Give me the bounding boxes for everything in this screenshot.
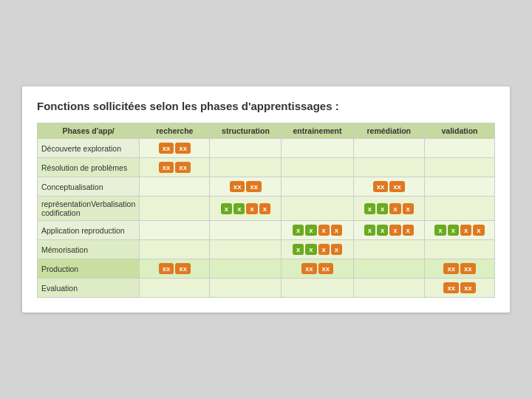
cell-5-1 — [210, 240, 282, 259]
row-label-0: Découverte exploration — [38, 139, 140, 158]
cell-1-3 — [353, 158, 424, 177]
cell-2-4 — [424, 177, 494, 197]
cell-0-1 — [210, 139, 282, 158]
cell-4-3: xxxx — [353, 221, 424, 240]
cell-0-0: xxxx — [140, 139, 210, 158]
row-label-4: Application reproduction — [38, 221, 140, 240]
cell-6-2: xxxx — [282, 259, 353, 279]
table-header-row: Phases d'app/recherchestructurationentra… — [38, 123, 495, 139]
cell-2-2 — [282, 177, 353, 197]
cell-3-2 — [282, 197, 353, 221]
row-label-7: Evaluation — [38, 279, 140, 298]
col-header-3: entrainement — [282, 123, 353, 139]
cell-6-3 — [353, 259, 424, 279]
table-row: Découverte explorationxxxx — [38, 139, 495, 158]
cell-3-0 — [140, 197, 210, 221]
row-label-3: représentationVerbalisation codification — [38, 197, 140, 221]
cell-2-0 — [140, 177, 210, 197]
cell-4-1 — [210, 221, 282, 240]
cell-2-3: xxxx — [353, 177, 424, 197]
cell-1-4 — [424, 158, 494, 177]
table-row: Résolution de problèmesxxxx — [38, 158, 495, 177]
cell-6-4: xxxx — [424, 259, 494, 279]
phases-table: Phases d'app/recherchestructurationentra… — [37, 123, 495, 298]
cell-0-4 — [424, 139, 494, 158]
cell-1-0: xxxx — [140, 158, 210, 177]
cell-6-0: xxxx — [140, 259, 210, 279]
cell-4-4: xxxx — [424, 221, 494, 240]
cell-6-1 — [210, 259, 282, 279]
slide-title: Fonctions sollicitées selon les phases d… — [37, 100, 495, 112]
cell-5-2: xxxx — [282, 240, 353, 259]
table-row: Evaluationxxxx — [38, 279, 495, 298]
cell-0-3 — [353, 139, 424, 158]
col-header-1: recherche — [140, 123, 210, 139]
table-row: Conceptualisationxxxxxxxx — [38, 177, 495, 197]
row-label-1: Résolution de problèmes — [38, 158, 140, 177]
cell-3-1: xxxx — [210, 197, 282, 221]
cell-4-2: xxxx — [282, 221, 353, 240]
cell-1-2 — [282, 158, 353, 177]
table-row: Application reproductionxxxxxxxxxxxx — [38, 221, 495, 240]
table-row: représentationVerbalisation codification… — [38, 197, 495, 221]
cell-0-2 — [282, 139, 353, 158]
cell-7-1 — [210, 279, 282, 298]
col-header-0: Phases d'app/ — [38, 123, 140, 139]
cell-3-4 — [424, 197, 494, 221]
cell-5-4 — [424, 240, 494, 259]
cell-5-0 — [140, 240, 210, 259]
cell-3-3: xxxx — [353, 197, 424, 221]
table-row: Productionxxxxxxxxxxxx — [38, 259, 495, 279]
cell-1-1 — [210, 158, 282, 177]
row-label-2: Conceptualisation — [38, 177, 140, 197]
cell-7-3 — [353, 279, 424, 298]
col-header-5: validation — [424, 123, 494, 139]
row-label-6: Production — [38, 259, 140, 279]
col-header-4: remédiation — [353, 123, 424, 139]
table-row: Mémorisationxxxx — [38, 240, 495, 259]
cell-7-2 — [282, 279, 353, 298]
cell-7-0 — [140, 279, 210, 298]
cell-5-3 — [353, 240, 424, 259]
cell-2-1: xxxx — [210, 177, 282, 197]
col-header-2: structuration — [210, 123, 282, 139]
cell-4-0 — [140, 221, 210, 240]
slide: Fonctions sollicitées selon les phases d… — [22, 86, 510, 313]
row-label-5: Mémorisation — [38, 240, 140, 259]
cell-7-4: xxxx — [424, 279, 494, 298]
